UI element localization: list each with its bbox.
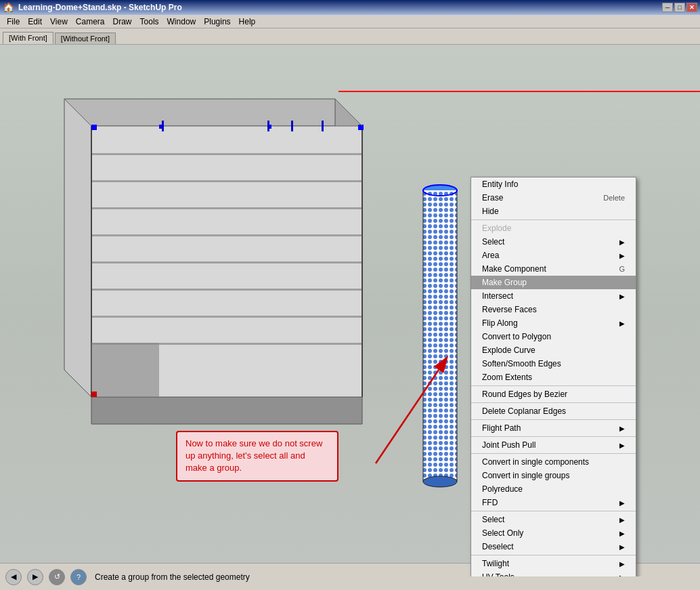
ctx-sep-3 [471, 402, 636, 403]
title-bar: 🏠 Learning-Dome+Stand.skp - SketchUp Pro… [0, 0, 700, 15]
menu-draw[interactable]: Draw [109, 16, 136, 28]
close-button[interactable]: ✕ [686, 3, 697, 12]
menu-camera[interactable]: Camera [72, 16, 109, 28]
svg-marker-0 [64, 99, 362, 126]
svg-point-33 [423, 476, 457, 487]
ctx-soften-smooth[interactable]: Soften/Smooth Edges [471, 357, 636, 371]
svg-rect-6 [91, 180, 362, 182]
ctx-twilight[interactable]: Twilight ▶ [471, 557, 636, 570]
help-circle-button[interactable]: ↺ [49, 569, 65, 585]
maximize-button[interactable]: □ [674, 3, 685, 12]
ctx-entity-info[interactable]: Entity Info [471, 177, 636, 191]
minimize-button[interactable]: ─ [662, 3, 673, 12]
ctx-erase[interactable]: Erase Delete [471, 191, 636, 205]
ctx-make-component[interactable]: Make Component G [471, 262, 636, 276]
svg-rect-10 [91, 289, 362, 291]
ctx-convert-single-components[interactable]: Convert in single components [471, 455, 636, 469]
ctx-area[interactable]: Area ▶ [471, 249, 636, 262]
status-text: Create a group from the selected geometr… [95, 572, 250, 582]
ctx-explode-curve[interactable]: Explode Curve [471, 343, 636, 357]
menu-view[interactable]: View [46, 16, 72, 28]
ctx-sep-8 [471, 555, 636, 555]
svg-rect-5 [91, 153, 362, 155]
ctx-deselect[interactable]: Deselect ▶ [471, 540, 636, 553]
svg-rect-22 [291, 121, 293, 131]
red-axis-line [338, 91, 700, 92]
app-icon: 🏠 [3, 2, 14, 13]
svg-rect-11 [91, 316, 362, 318]
ctx-sep-5 [471, 436, 636, 437]
forward-button[interactable]: ▶ [27, 569, 43, 585]
back-button[interactable]: ◀ [5, 569, 22, 585]
ctx-explode: Explode [471, 222, 636, 235]
ctx-convert-single-groups[interactable]: Convert in single groups [471, 469, 636, 482]
ctx-sep-1 [471, 219, 636, 220]
svg-marker-24 [91, 392, 97, 397]
tab-with-front[interactable]: [With Front] [3, 32, 53, 44]
ctx-sep-6 [471, 453, 636, 454]
menu-help[interactable]: Help [235, 16, 260, 28]
viewport: Now to make sure we do not screw up anyt… [0, 45, 700, 576]
callout-box: Now to make sure we do not screw up anyt… [176, 431, 338, 482]
svg-rect-16 [91, 125, 97, 130]
svg-rect-17 [358, 125, 364, 130]
svg-rect-9 [91, 261, 362, 264]
ctx-convert-polygon[interactable]: Convert to Polygon [471, 330, 636, 343]
title-text: Learning-Dome+Stand.skp - SketchUp Pro [18, 3, 182, 12]
svg-rect-20 [162, 121, 164, 131]
ctx-joint-push-pull[interactable]: Joint Push Pull ▶ [471, 438, 636, 452]
ctx-delete-coplanar[interactable]: Delete Coplanar Edges [471, 404, 636, 418]
ctx-select[interactable]: Select ▶ [471, 235, 636, 249]
question-button[interactable]: ? [70, 569, 87, 585]
title-bar-controls: ─ □ ✕ [662, 3, 697, 12]
callout-text: Now to make sure we do not screw up anyt… [185, 438, 322, 473]
ctx-zoom-extents[interactable]: Zoom Extents [471, 371, 636, 384]
ctx-flip-along[interactable]: Flip Along ▶ [471, 316, 636, 330]
cylinder-object [422, 180, 459, 492]
3d-structure [10, 85, 430, 451]
ctx-make-group[interactable]: Make Group [471, 276, 636, 289]
context-menu: Entity Info Erase Delete Hide Explode Se… [471, 177, 636, 576]
svg-marker-3 [91, 397, 362, 424]
ctx-select-only[interactable]: Select Only ▶ [471, 526, 636, 540]
ctx-hide[interactable]: Hide [471, 205, 636, 218]
toolbar-tabs: [With Front] [Without Front] [0, 28, 700, 45]
svg-rect-30 [423, 190, 457, 482]
ctx-reverse-faces[interactable]: Reverse Faces [471, 303, 636, 316]
ctx-ffd[interactable]: FFD ▶ [471, 496, 636, 509]
svg-marker-15 [91, 343, 159, 397]
svg-rect-21 [267, 121, 269, 131]
ctx-polyreduce[interactable]: Polyreduce [471, 482, 636, 496]
ctx-intersect[interactable]: Intersect ▶ [471, 289, 636, 303]
svg-rect-23 [322, 121, 324, 131]
menu-tools[interactable]: Tools [136, 16, 163, 28]
menu-file[interactable]: File [3, 16, 24, 28]
ctx-flight-path[interactable]: Flight Path ▶ [471, 421, 636, 435]
menu-window[interactable]: Window [163, 16, 200, 28]
ctx-sep-2 [471, 385, 636, 386]
menu-edit[interactable]: Edit [24, 16, 46, 28]
ctx-sep-7 [471, 511, 636, 511]
tab-without-front[interactable]: [Without Front] [55, 33, 116, 44]
svg-marker-1 [64, 99, 91, 397]
ctx-sep-4 [471, 419, 636, 420]
ctx-uv-tools[interactable]: UV Tools ▶ [471, 570, 636, 576]
svg-rect-7 [91, 207, 362, 209]
menu-plugins[interactable]: Plugins [200, 16, 234, 28]
svg-rect-8 [91, 234, 362, 236]
menu-bar: File Edit View Camera Draw Tools Window … [0, 15, 700, 28]
ctx-select-2[interactable]: Select ▶ [471, 513, 636, 526]
ctx-round-edges[interactable]: Round Edges by Bezier [471, 387, 636, 401]
